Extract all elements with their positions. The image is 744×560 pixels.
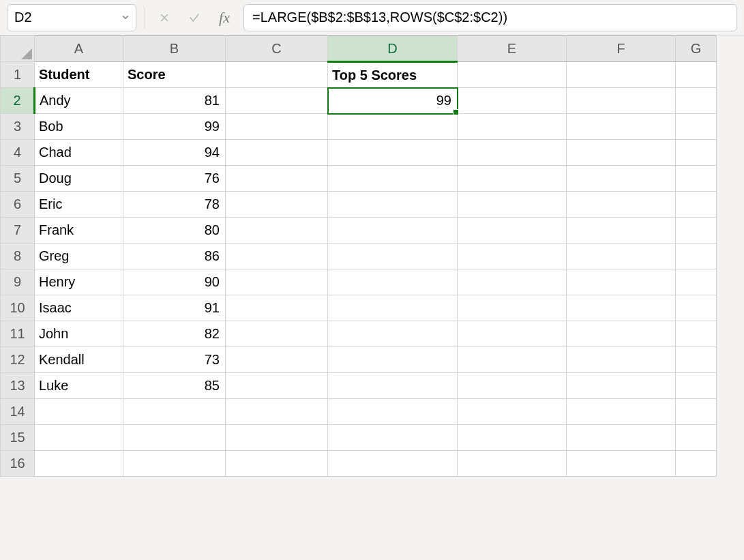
cell-E14[interactable] [458, 399, 567, 425]
cell-A10[interactable]: Isaac [35, 295, 123, 321]
row-header-9[interactable]: 9 [1, 269, 35, 295]
cell-F7[interactable] [567, 218, 676, 244]
cell-B12[interactable]: 73 [123, 347, 226, 373]
cell-E15[interactable] [458, 425, 567, 451]
cell-F1[interactable] [567, 62, 676, 88]
formula-bar[interactable]: =LARGE($B$2:$B$13,ROWS($C$2:$C2)) [243, 4, 737, 31]
cell-B1[interactable]: Score [123, 62, 226, 88]
cell-F11[interactable] [567, 321, 676, 347]
col-header-G[interactable]: G [676, 36, 717, 62]
cell-G10[interactable] [676, 295, 717, 321]
cell-A8[interactable]: Greg [35, 244, 123, 269]
cell-G13[interactable] [676, 373, 717, 399]
cell-E13[interactable] [458, 373, 567, 399]
row-header-4[interactable]: 4 [1, 140, 35, 166]
cell-F12[interactable] [567, 347, 676, 373]
cell-A13[interactable]: Luke [35, 373, 123, 399]
cell-B6[interactable]: 78 [123, 192, 226, 218]
cell-D12[interactable] [328, 347, 458, 373]
row-header-6[interactable]: 6 [1, 192, 35, 218]
cell-A4[interactable]: Chad [35, 140, 123, 166]
name-box[interactable]: D2 [7, 4, 136, 31]
row-header-5[interactable]: 5 [1, 166, 35, 192]
cell-E10[interactable] [458, 295, 567, 321]
cell-F15[interactable] [567, 425, 676, 451]
cell-B16[interactable] [123, 451, 226, 477]
cell-E1[interactable] [458, 62, 567, 88]
cell-G12[interactable] [676, 347, 717, 373]
cell-D2[interactable]: 99 [328, 88, 458, 114]
cell-C15[interactable] [226, 425, 328, 451]
col-header-D[interactable]: D [328, 36, 458, 62]
cell-G11[interactable] [676, 321, 717, 347]
cell-G16[interactable] [676, 451, 717, 477]
cell-C5[interactable] [226, 166, 328, 192]
row-header-3[interactable]: 3 [1, 114, 35, 140]
row-header-2[interactable]: 2 [1, 88, 35, 114]
row-header-14[interactable]: 14 [1, 399, 35, 425]
cell-E4[interactable] [458, 140, 567, 166]
cell-D8[interactable] [328, 244, 458, 269]
cell-G14[interactable] [676, 399, 717, 425]
cell-D11[interactable] [328, 321, 458, 347]
cell-F14[interactable] [567, 399, 676, 425]
cell-C16[interactable] [226, 451, 328, 477]
cell-E16[interactable] [458, 451, 567, 477]
cell-A9[interactable]: Henry [35, 269, 123, 295]
row-header-15[interactable]: 15 [1, 425, 35, 451]
cell-A6[interactable]: Eric [35, 192, 123, 218]
cell-B13[interactable]: 85 [123, 373, 226, 399]
cell-D14[interactable] [328, 399, 458, 425]
cell-B7[interactable]: 80 [123, 218, 226, 244]
cell-A14[interactable] [35, 399, 123, 425]
row-header-10[interactable]: 10 [1, 295, 35, 321]
cell-F9[interactable] [567, 269, 676, 295]
cell-G2[interactable] [676, 88, 717, 114]
col-header-C[interactable]: C [226, 36, 328, 62]
cell-F6[interactable] [567, 192, 676, 218]
cell-B4[interactable]: 94 [123, 140, 226, 166]
cell-C3[interactable] [226, 114, 328, 140]
cell-D6[interactable] [328, 192, 458, 218]
cell-D15[interactable] [328, 425, 458, 451]
cell-D13[interactable] [328, 373, 458, 399]
fx-icon[interactable]: fx [213, 7, 235, 29]
col-header-B[interactable]: B [123, 36, 226, 62]
cell-C4[interactable] [226, 140, 328, 166]
cell-F3[interactable] [567, 114, 676, 140]
cell-B2[interactable]: 81 [123, 88, 226, 114]
cell-D10[interactable] [328, 295, 458, 321]
cell-E9[interactable] [458, 269, 567, 295]
cell-E7[interactable] [458, 218, 567, 244]
cell-B11[interactable]: 82 [123, 321, 226, 347]
cell-F10[interactable] [567, 295, 676, 321]
cell-C2[interactable] [226, 88, 328, 114]
cell-C1[interactable] [226, 62, 328, 88]
row-header-8[interactable]: 8 [1, 244, 35, 269]
cell-C8[interactable] [226, 244, 328, 269]
row-header-1[interactable]: 1 [1, 62, 35, 88]
cell-E8[interactable] [458, 244, 567, 269]
row-header-11[interactable]: 11 [1, 321, 35, 347]
cell-C13[interactable] [226, 373, 328, 399]
cell-D16[interactable] [328, 451, 458, 477]
col-header-A[interactable]: A [35, 36, 123, 62]
cell-A15[interactable] [35, 425, 123, 451]
cell-A2[interactable]: Andy [35, 88, 123, 114]
cell-E5[interactable] [458, 166, 567, 192]
row-header-7[interactable]: 7 [1, 218, 35, 244]
cell-F16[interactable] [567, 451, 676, 477]
cell-B9[interactable]: 90 [123, 269, 226, 295]
cell-A12[interactable]: Kendall [35, 347, 123, 373]
cell-D5[interactable] [328, 166, 458, 192]
cell-G7[interactable] [676, 218, 717, 244]
cell-E2[interactable] [458, 88, 567, 114]
cell-A7[interactable]: Frank [35, 218, 123, 244]
cell-A11[interactable]: John [35, 321, 123, 347]
cell-C10[interactable] [226, 295, 328, 321]
cell-B3[interactable]: 99 [123, 114, 226, 140]
cell-G1[interactable] [676, 62, 717, 88]
cell-B5[interactable]: 76 [123, 166, 226, 192]
cell-D3[interactable] [328, 114, 458, 140]
row-header-13[interactable]: 13 [1, 373, 35, 399]
